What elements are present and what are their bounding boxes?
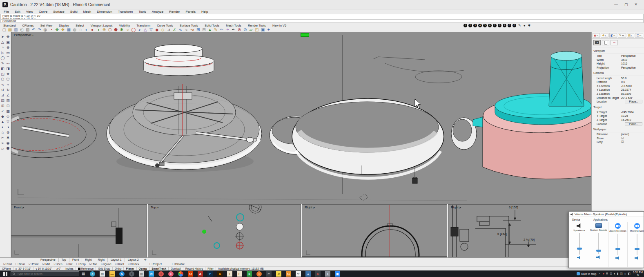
palette-tool-icon[interactable]: ⌂ xyxy=(0,130,5,135)
mute-button-icon[interactable] xyxy=(596,255,601,259)
property-value[interactable]: -245.7084 xyxy=(621,111,644,114)
viewport-title-menu[interactable]: Front xyxy=(14,206,24,209)
property-value[interactable]: 3419 xyxy=(621,58,644,61)
toolbar-tab[interactable]: Visibility xyxy=(116,24,133,27)
taskbar-app-icon[interactable]: ▣ xyxy=(335,271,340,277)
taskbar-app-icon[interactable]: P xyxy=(207,271,213,277)
taskbar-app-icon[interactable]: S xyxy=(119,271,125,277)
palette-tool-icon[interactable]: ◳ xyxy=(0,71,5,77)
minimize-button[interactable]: — xyxy=(614,2,618,7)
toolbar-tab[interactable]: New in V5 xyxy=(269,24,290,27)
close-button[interactable]: ✕ xyxy=(634,2,637,7)
tray-icon[interactable]: ⊡ xyxy=(610,272,612,275)
toolbar-tab[interactable]: CPlanes xyxy=(19,24,37,27)
toolbar-number-button[interactable]: 6 xyxy=(488,24,492,27)
mute-button-icon[interactable] xyxy=(577,256,582,259)
palette-tool-icon[interactable]: ▷ xyxy=(0,50,5,56)
status-pane[interactable]: Filter xyxy=(205,267,216,270)
panel-tab[interactable]: ❖ L... xyxy=(601,33,608,38)
tray-icon[interactable]: ⌂ xyxy=(624,272,626,275)
start-button[interactable] xyxy=(0,272,11,276)
viewport-tab[interactable]: Layout 1 xyxy=(108,258,125,262)
osnap-checkbox[interactable]: Disable xyxy=(172,262,185,266)
menu-item[interactable]: Help xyxy=(201,10,208,13)
channel-name[interactable]: Zoom Meetings xyxy=(609,230,626,232)
osnap-checkbox[interactable]: Knot xyxy=(115,262,124,266)
property-value[interactable]: 89.1809 xyxy=(621,92,644,95)
taskbar-app-icon[interactable]: ▰ xyxy=(276,271,281,277)
taskbar-app-icon[interactable]: e xyxy=(90,271,95,277)
panel-tab[interactable]: ◫ H... xyxy=(635,33,643,38)
taskbar-app-icon[interactable]: ✂ xyxy=(266,271,272,277)
palette-tool-icon[interactable]: ◯ xyxy=(0,56,5,61)
taskbar-app-icon[interactable]: 3 xyxy=(247,271,252,277)
menu-item[interactable]: Curve xyxy=(39,10,47,13)
toolbar-extra-icon[interactable]: ✎ xyxy=(518,24,521,27)
palette-tool-icon[interactable]: ◆ xyxy=(0,114,5,119)
command-input[interactable]: Command: xyxy=(0,20,644,23)
taskbar-app-icon[interactable]: ▲ xyxy=(305,271,311,277)
channel-name[interactable]: Meeting Cont xyxy=(630,230,644,232)
taskbar-app-icon[interactable]: A xyxy=(198,271,203,277)
menu-item[interactable]: Surface xyxy=(53,10,65,13)
viewport-title-menu[interactable]: Perspective xyxy=(14,33,33,37)
viewport-right-1[interactable]: Right xyxy=(302,204,447,257)
toolbar-number-button[interactable]: 2 xyxy=(468,24,472,27)
menu-item[interactable]: Render xyxy=(169,10,180,13)
taskbar-app-icon[interactable]: ● xyxy=(158,271,164,277)
taskbar-app-icon[interactable]: ▬ xyxy=(109,271,115,277)
volume-slider[interactable] xyxy=(577,233,582,255)
volume-slider[interactable] xyxy=(634,234,640,255)
viewport-tab[interactable]: Layout 2 xyxy=(125,258,142,262)
tray-icon[interactable]: ◫ xyxy=(620,272,623,275)
menu-item[interactable]: Mesh xyxy=(83,10,91,13)
slider-handle[interactable] xyxy=(615,248,620,250)
taskbar-app-icon[interactable]: G xyxy=(286,271,291,277)
viewport-properties-tab[interactable] xyxy=(593,40,601,45)
palette-tool-icon[interactable]: ▲ xyxy=(0,119,5,125)
status-pane[interactable]: Grid Snap xyxy=(96,267,113,270)
palette-tool-icon[interactable]: ▽ xyxy=(5,119,11,125)
toolbar-number-button[interactable]: 9 xyxy=(503,24,506,27)
property-value[interactable] xyxy=(621,136,644,140)
palette-tool-icon[interactable]: ◉ xyxy=(5,141,11,146)
palette-tool-icon[interactable]: ▭ xyxy=(5,50,11,56)
tray-icon[interactable]: ♦ xyxy=(614,272,615,275)
osnap-checkbox[interactable]: Perp xyxy=(76,262,86,266)
toolbar-number-button[interactable]: 5 xyxy=(483,24,487,27)
palette-tool-icon[interactable]: △ xyxy=(0,40,5,45)
menu-item[interactable]: Transform xyxy=(118,10,133,13)
channel-icon[interactable] xyxy=(595,223,602,228)
palette-tool-icon[interactable]: ∿ xyxy=(0,82,5,87)
palette-tool-icon[interactable]: ▥ xyxy=(5,98,11,103)
perspective-canvas[interactable] xyxy=(11,32,591,204)
menu-item[interactable]: Solid xyxy=(70,10,78,13)
palette-tool-icon[interactable]: ✎ xyxy=(0,61,5,66)
tray-icon[interactable]: ● xyxy=(603,272,604,275)
top-canvas[interactable] xyxy=(148,205,301,257)
taskbar-app-icon[interactable]: F xyxy=(237,271,242,277)
taskbar-app-icon[interactable]: O xyxy=(188,271,193,277)
osnap-checkbox[interactable]: Int xyxy=(66,262,73,266)
channel-name[interactable]: System Sounds xyxy=(590,229,607,231)
osnap-checkbox[interactable]: End xyxy=(3,262,12,266)
taskbar-app-icon[interactable]: ♦ xyxy=(325,271,330,277)
weblink-properties-tab[interactable]: ∞ xyxy=(611,40,618,45)
property-value[interactable]: Perspective xyxy=(621,54,644,57)
viewport-tab[interactable]: Front xyxy=(69,258,82,262)
palette-tool-icon[interactable]: ⬠ xyxy=(5,77,11,82)
status-pane[interactable]: z 0" xyxy=(54,267,63,270)
palette-tool-icon[interactable]: ➢ xyxy=(0,141,5,146)
osnap-checkbox[interactable]: Quad xyxy=(101,262,111,266)
slider-handle[interactable] xyxy=(577,248,582,250)
slider-handle[interactable] xyxy=(635,248,640,250)
mute-button-icon[interactable] xyxy=(615,256,620,260)
palette-tool-icon[interactable]: ⬡ xyxy=(0,77,5,82)
palette-tool-icon[interactable]: ◑ xyxy=(5,125,11,130)
slider-handle[interactable] xyxy=(596,250,601,252)
palette-tool-icon[interactable]: ⊟ xyxy=(5,103,11,109)
volume-slider[interactable] xyxy=(596,233,602,254)
palette-tool-icon[interactable]: ✂ xyxy=(0,135,5,141)
taskbar-app-icon[interactable]: ▤ xyxy=(100,271,105,277)
tray-icon[interactable]: R xyxy=(606,272,608,275)
